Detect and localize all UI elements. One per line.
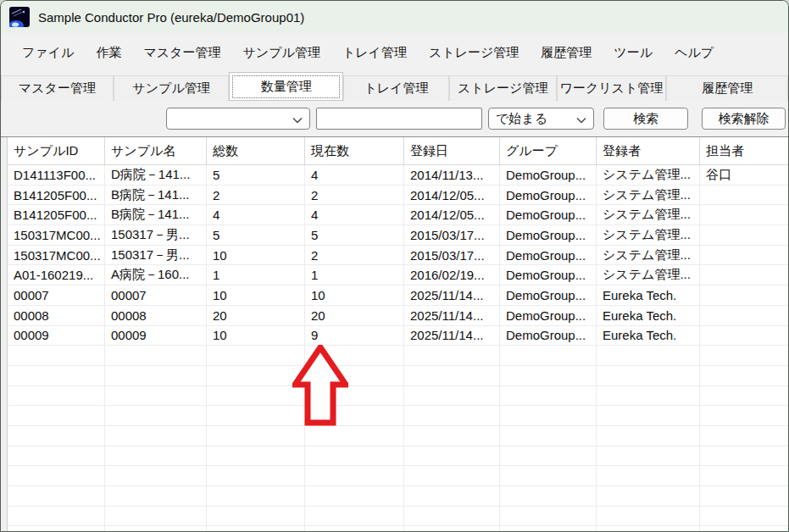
cell-registered-date: 2025/11/14... — [404, 285, 500, 305]
row-header-strip — [1, 137, 8, 531]
column-header-total-count[interactable]: 総数 — [207, 137, 305, 164]
cell-group: DemoGroup... — [500, 186, 597, 205]
empty-row — [8, 446, 788, 467]
column-header-sample-name[interactable]: サンプル名 — [105, 137, 207, 164]
menu-storage-mgmt[interactable]: ストレージ管理 — [418, 33, 530, 72]
tab-master-mgmt[interactable]: マスター管理 — [1, 75, 114, 101]
table-row[interactable]: B141205F00...B病院－141...222014/12/05...De… — [8, 186, 788, 206]
empty-row — [8, 346, 788, 366]
tab-tray-mgmt[interactable]: トレイ管理 — [343, 75, 449, 101]
cell-sample-name: D病院－141... — [105, 165, 207, 185]
cell-sample-name: B病院－141... — [105, 205, 207, 224]
tab-storage-mgmt[interactable]: ストレージ管理 — [449, 75, 557, 101]
cell-group: DemoGroup... — [500, 225, 597, 245]
column-header-assignee[interactable]: 担当者 — [700, 137, 788, 164]
cell-group — [500, 526, 597, 531]
tab-history-mgmt[interactable]: 履歴管理 — [666, 75, 788, 101]
cell-current-count — [305, 426, 404, 446]
search-button[interactable]: 検索 — [603, 108, 688, 130]
cell-sample-id — [8, 466, 105, 485]
cell-assignee — [700, 225, 788, 245]
empty-row — [8, 426, 788, 446]
cell-registered-date — [404, 366, 500, 385]
cell-registrant: システム管理... — [597, 165, 700, 185]
menu-help[interactable]: ヘルプ — [664, 33, 725, 72]
cell-group — [500, 426, 597, 446]
menu-work[interactable]: 作業 — [85, 33, 132, 72]
chevron-down-icon — [576, 112, 586, 126]
menu-tray-mgmt[interactable]: トレイ管理 — [331, 33, 418, 72]
cell-sample-name — [105, 426, 207, 446]
menu-history-mgmt[interactable]: 履歴管理 — [530, 33, 603, 72]
cell-assignee — [700, 466, 788, 485]
menu-tools[interactable]: ツール — [603, 33, 664, 72]
column-header-group[interactable]: グループ — [500, 137, 597, 164]
tab-sample-mgmt[interactable]: サンプル管理 — [114, 75, 230, 101]
cell-registrant: システム管理... — [597, 186, 700, 205]
table-row[interactable]: 150317MC00...150317－男...552015/03/17...D… — [8, 225, 788, 246]
cell-group — [500, 366, 597, 385]
tab-worklist-mgmt[interactable]: ワークリスト管理 — [557, 75, 667, 101]
cell-current-count — [305, 507, 404, 526]
cell-assignee — [700, 346, 788, 365]
table-row[interactable]: 00009000091092025/11/14...DemoGroup...Eu… — [8, 326, 788, 346]
cell-assignee — [700, 205, 788, 224]
column-header-registrant[interactable]: 登録者 — [597, 137, 700, 164]
search-field-select[interactable] — [166, 108, 310, 130]
cell-total-count: 5 — [207, 225, 305, 245]
cell-total-count — [207, 446, 305, 466]
cell-group — [500, 507, 597, 526]
cell-sample-name: 00008 — [105, 306, 207, 325]
cell-registrant: Eureka Tech. — [597, 326, 700, 346]
cell-registrant — [597, 426, 700, 446]
cell-total-count: 1 — [207, 265, 305, 285]
cell-sample-name: 150317－男... — [105, 246, 207, 265]
clear-search-button[interactable]: 検索解除 — [702, 108, 786, 130]
cell-registered-date: 2025/11/14... — [404, 326, 500, 346]
cell-assignee — [700, 366, 788, 385]
search-query-input[interactable] — [316, 108, 482, 130]
table-row[interactable]: 000080000820202025/11/14...DemoGroup...E… — [8, 306, 788, 326]
cell-group: DemoGroup... — [500, 285, 597, 305]
menu-sample-mgmt[interactable]: サンプル管理 — [231, 33, 331, 72]
cell-total-count: 10 — [207, 285, 305, 305]
cell-current-count: 4 — [305, 205, 404, 224]
cell-total-count — [207, 406, 305, 425]
cell-sample-id: 150317MC00... — [8, 225, 105, 245]
cell-registered-date: 2015/03/17... — [404, 225, 500, 245]
cell-registrant: Eureka Tech. — [597, 285, 700, 305]
table-row[interactable]: 000070000710102025/11/14...DemoGroup...E… — [8, 285, 788, 306]
cell-registrant — [597, 406, 700, 425]
empty-row — [8, 486, 788, 507]
cell-registered-date: 2014/12/05... — [404, 186, 500, 205]
cell-sample-name — [105, 446, 207, 466]
column-header-sample-id[interactable]: サンプルID — [8, 137, 105, 164]
tab-bar: マスター管理サンプル管理数量管理トレイ管理ストレージ管理ワークリスト管理履歴管理 — [1, 72, 788, 101]
cell-assignee — [700, 507, 788, 526]
menu-file[interactable]: ファイル — [11, 33, 85, 72]
table-row[interactable]: B141205F00...B病院－141...442014/12/05...De… — [8, 205, 788, 225]
column-header-registered-date[interactable]: 登録日 — [404, 137, 500, 164]
cell-registrant: システム管理... — [597, 265, 700, 285]
window-title: Sample Conductor Pro (eureka/DemoGroup01… — [38, 10, 304, 25]
cell-registrant — [597, 386, 700, 406]
column-header-current-count[interactable]: 現在数 — [305, 137, 404, 164]
cell-group — [500, 466, 597, 485]
cell-current-count — [305, 466, 404, 485]
table-row[interactable]: D141113F00...D病院－141...542014/11/13...De… — [8, 165, 788, 186]
cell-current-count: 2 — [305, 186, 404, 205]
cell-registered-date — [404, 466, 500, 485]
table-row[interactable]: A01-160219...A病院－160...112016/02/19...De… — [8, 265, 788, 285]
cell-sample-name — [105, 386, 207, 406]
table-body: D141113F00...D病院－141...542014/11/13...De… — [8, 165, 788, 531]
tab-quantity-mgmt[interactable]: 数量管理 — [229, 72, 343, 101]
cell-sample-id: B141205F00... — [8, 205, 105, 224]
table-row[interactable]: 150317MC00...150317－男...1022015/03/17...… — [8, 246, 788, 266]
cell-sample-name: 00007 — [105, 285, 207, 305]
cell-total-count: 10 — [207, 326, 305, 346]
match-mode-select-value: で始まる — [496, 111, 547, 127]
cell-current-count: 20 — [305, 306, 404, 325]
menu-master-mgmt[interactable]: マスター管理 — [132, 33, 231, 72]
match-mode-select[interactable]: で始まる — [488, 108, 594, 130]
cell-total-count — [207, 466, 305, 485]
